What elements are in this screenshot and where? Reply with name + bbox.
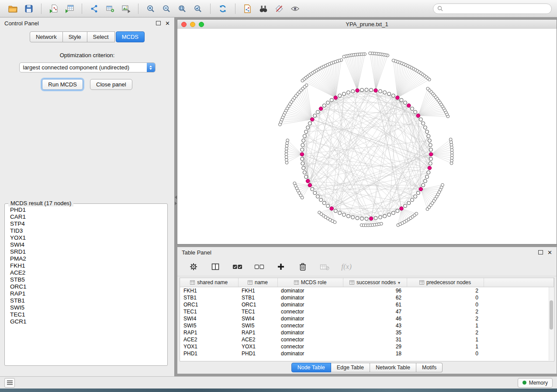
table-row[interactable]: RAP1RAP1dominator352: [180, 329, 554, 336]
tab-node-table[interactable]: Node Table: [291, 363, 331, 372]
delete-columns-button[interactable]: [296, 260, 309, 273]
table-cell[interactable]: dominator: [277, 350, 343, 357]
table-cell[interactable]: dominator: [277, 315, 343, 322]
tab-mcds[interactable]: MCDS: [116, 31, 145, 42]
import-table-button[interactable]: [62, 2, 77, 15]
table-cell[interactable]: dominator: [277, 294, 343, 301]
table-row[interactable]: ACE2ACE2connector311: [180, 336, 554, 343]
table-cell[interactable]: PHD1: [180, 350, 238, 357]
mcds-result-item[interactable]: ACE2: [7, 269, 166, 276]
float-table-panel-icon[interactable]: [538, 250, 543, 254]
table-cell[interactable]: TEC1: [180, 308, 238, 315]
table-cell[interactable]: 18: [343, 350, 407, 357]
column-header-shared-name[interactable]: shared name: [180, 278, 238, 287]
network-window-titlebar[interactable]: YPA_prune.txt_1: [177, 20, 557, 29]
table-cell[interactable]: TEC1: [238, 308, 277, 315]
table-cell[interactable]: connector: [277, 343, 343, 350]
sort-indicator-icon[interactable]: ▾: [398, 280, 400, 285]
memory-button[interactable]: Memory: [518, 378, 553, 388]
network-canvas[interactable]: [177, 29, 557, 244]
table-row[interactable]: SWI4SWI4dominator462: [180, 315, 554, 322]
tab-network[interactable]: Network: [30, 31, 63, 42]
table-cell[interactable]: 96: [343, 287, 407, 295]
table-cell[interactable]: 43: [343, 322, 407, 329]
table-cell[interactable]: 0: [407, 294, 484, 301]
tab-edge-table[interactable]: Edge Table: [331, 363, 370, 372]
select-all-button[interactable]: [231, 260, 244, 273]
table-cell[interactable]: dominator: [277, 301, 343, 308]
table-cell[interactable]: 2: [407, 315, 484, 322]
table-scrollbar[interactable]: [549, 287, 554, 361]
find-button[interactable]: [256, 2, 271, 15]
mcds-result-item[interactable]: TEC1: [7, 311, 166, 318]
zoom-in-button[interactable]: [143, 2, 159, 15]
show-columns-button[interactable]: [209, 260, 222, 273]
table-cell[interactable]: 31: [343, 336, 407, 343]
table-cell[interactable]: STB1: [238, 294, 277, 301]
table-scrollbar-thumb[interactable]: [550, 300, 553, 330]
tab-network-table[interactable]: Network Table: [370, 363, 416, 372]
table-cell[interactable]: SWI4: [238, 315, 277, 322]
table-cell[interactable]: YOX1: [180, 343, 238, 350]
mcds-result-item[interactable]: FKH1: [7, 262, 166, 269]
toggle-graphics-button[interactable]: [271, 2, 287, 15]
table-row[interactable]: SWI5SWI5connector431: [180, 322, 554, 329]
export-table-button[interactable]: [102, 2, 118, 15]
import-network-button[interactable]: [46, 2, 62, 15]
table-cell[interactable]: STB1: [180, 294, 238, 301]
mcds-result-item[interactable]: RAP1: [7, 290, 166, 297]
table-cell[interactable]: ORC1: [180, 301, 238, 308]
table-mode-button[interactable]: [187, 260, 200, 273]
run-mcds-button[interactable]: Run MCDS: [42, 79, 83, 90]
mcds-result-item[interactable]: PMA2: [7, 255, 166, 262]
table-cell[interactable]: 0: [407, 301, 484, 308]
export-network-button[interactable]: [86, 2, 102, 15]
create-column-button[interactable]: [274, 260, 287, 273]
table-cell[interactable]: 1: [407, 336, 484, 343]
function-builder-button[interactable]: f(x): [340, 260, 353, 273]
table-row[interactable]: PHD1PHD1dominator180: [180, 350, 554, 357]
delete-table-button[interactable]: [318, 260, 331, 273]
table-cell[interactable]: 2: [407, 287, 484, 295]
table-cell[interactable]: 2: [407, 308, 484, 315]
column-header-name[interactable]: name: [238, 278, 277, 287]
table-cell[interactable]: 2: [407, 329, 484, 336]
task-history-button[interactable]: [4, 378, 15, 388]
search-input[interactable]: [445, 5, 547, 12]
table-cell[interactable]: YOX1: [238, 343, 277, 350]
table-cell[interactable]: RAP1: [180, 329, 238, 336]
criterion-select[interactable]: largest connected component (undirected): [19, 62, 156, 72]
table-cell[interactable]: ACE2: [238, 336, 277, 343]
table-cell[interactable]: PHD1: [238, 350, 277, 357]
mcds-result-item[interactable]: SWI5: [7, 304, 166, 311]
column-header-mcds-role[interactable]: MCDS role: [277, 278, 343, 287]
table-cell[interactable]: RAP1: [238, 329, 277, 336]
table-cell[interactable]: 0: [407, 350, 484, 357]
mcds-result-item[interactable]: YOX1: [7, 234, 166, 241]
show-hide-button[interactable]: [287, 2, 303, 15]
mcds-result-item[interactable]: STP4: [7, 220, 166, 227]
table-cell[interactable]: 29: [343, 343, 407, 350]
table-cell[interactable]: dominator: [277, 329, 343, 336]
mcds-result-item[interactable]: SRD1: [7, 248, 166, 255]
mcds-result-item[interactable]: GCR1: [7, 318, 166, 325]
tab-motifs[interactable]: Motifs: [416, 363, 443, 372]
table-cell[interactable]: 1: [407, 322, 484, 329]
deselect-all-button[interactable]: [253, 260, 266, 273]
tab-style[interactable]: Style: [63, 31, 87, 42]
close-table-panel-icon[interactable]: ✕: [547, 250, 552, 255]
mcds-result-item[interactable]: ORC1: [7, 283, 166, 290]
table-cell[interactable]: FKH1: [238, 287, 277, 295]
save-session-button[interactable]: [21, 2, 37, 15]
zoom-selected-button[interactable]: [190, 2, 206, 15]
mcds-result-item[interactable]: SWI4: [7, 241, 166, 248]
apply-layout-button[interactable]: [215, 2, 231, 15]
table-cell[interactable]: ORC1: [238, 301, 277, 308]
table-row[interactable]: YOX1YOX1connector291: [180, 343, 554, 350]
open-session-button[interactable]: [5, 2, 21, 15]
close-panel-button[interactable]: Close panel: [90, 79, 132, 90]
table-cell[interactable]: ACE2: [180, 336, 238, 343]
mcds-result-item[interactable]: PHD1: [7, 206, 166, 213]
close-panel-icon[interactable]: ✕: [165, 21, 170, 26]
mcds-result-item[interactable]: TID3: [7, 227, 166, 234]
